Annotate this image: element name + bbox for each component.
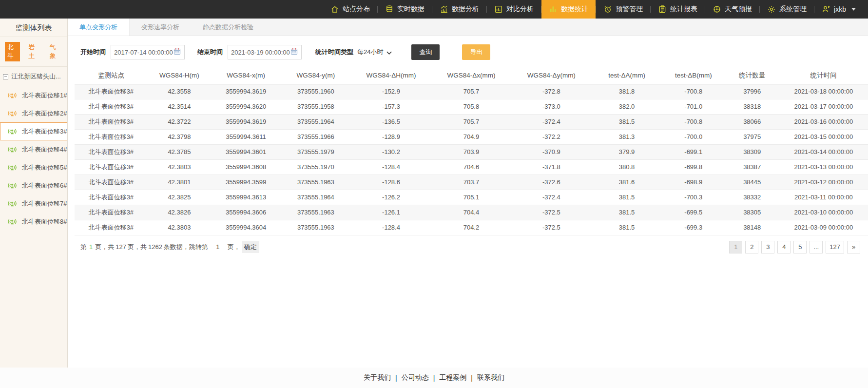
cell: 北斗表面位移3# [75,205,148,220]
nav-item-realtime-data[interactable]: 实时数据 [378,0,432,19]
sidebar-item-station-4[interactable]: 北斗表面位移4# [0,140,67,158]
cell: -372.4 [511,114,592,129]
end-time-input[interactable] [231,49,290,56]
sidebar-tab-beidou[interactable]: 北斗 [5,42,20,61]
calendar-icon[interactable] [290,48,298,57]
tab-single-point-deformation[interactable]: 单点变形分析 [68,19,130,36]
page-info: 第 1 页，共 127 页，共 1262 条数据，跳转第 页， 确定 [80,241,259,253]
footer-separator: | [433,374,435,382]
nav-item-system-management[interactable]: 系统管理 [760,0,814,19]
cell: 42.3825 [148,190,211,205]
cell: 381.6 [592,175,661,190]
user-name: jxkb [834,5,846,13]
footer-link-about[interactable]: 关于我们 [364,373,391,382]
nav-item-statistics-report[interactable]: 统计报表 [651,0,705,19]
sidebar-item-station-8[interactable]: 北斗表面位移8# [0,213,67,231]
page-next-button[interactable]: » [847,241,860,253]
cell: 703.7 [432,175,511,190]
tab-deformation-rate[interactable]: 变形速率分析 [130,19,191,36]
cell: 38318 [725,99,779,114]
column-header: 监测站点 [75,67,148,84]
tree-root-node[interactable]: 江北新区猪头山... [0,67,67,86]
page-info-text: 页，共 [128,243,147,252]
column-header: test-ΔA(mm) [592,67,661,84]
sidebar-item-label: 北斗表面位移6# [22,181,67,190]
sidebar-tab-weather[interactable]: 气象 [47,42,62,61]
user-menu[interactable]: jxkb [814,0,863,19]
chevron-down-icon [386,49,392,56]
nav-item-site-distribution[interactable]: 站点分布 [323,0,377,19]
start-time-field[interactable] [111,45,185,59]
page-button-4[interactable]: 4 [777,241,791,253]
cell: 381.8 [592,84,661,99]
nav-item-compare-analysis[interactable]: 对比分析 [487,0,541,19]
nav-item-weather-forecast[interactable]: 天气预报 [705,0,759,19]
cell: 2021-03-09 00:00:00 [779,220,868,235]
cell: 704.6 [432,159,511,175]
content-tabbar: 单点变形分析 变形速率分析 静态数据分析检验 [68,19,868,36]
total-pages: 127 [116,243,126,251]
sidebar-item-label: 北斗表面位移1# [22,91,67,100]
cell: -372.4 [511,190,592,205]
signal-icon [7,128,18,135]
sidebar-item-station-2[interactable]: 北斗表面位移2# [0,104,67,122]
jump-page-input[interactable] [210,242,226,252]
cell: 3559994.3619 [211,84,281,99]
sidebar-tab-geotech[interactable]: 岩土 [26,42,41,61]
nav-item-data-analysis[interactable]: 数据分析 [432,0,486,19]
page-button-1[interactable]: 1 [729,241,742,253]
table-row: 北斗表面位移3#42.35143559994.3620373555.1958-1… [75,99,868,114]
cell: 373555.1963 [281,175,350,190]
footer-link-news[interactable]: 公司动态 [402,373,429,382]
cell: 3559994.3619 [211,114,281,129]
sidebar-item-station-6[interactable]: 北斗表面位移6# [0,176,67,194]
confirm-button[interactable]: 确定 [242,241,259,253]
time-type-select[interactable]: 每24小时 [357,48,392,57]
nav-item-alert-management[interactable]: 预警管理 [596,0,650,19]
footer-link-cases[interactable]: 工程案例 [439,373,466,382]
sidebar-item-label: 北斗表面位移3# [22,127,67,136]
nav-label: 实时数据 [397,5,424,14]
tab-static-data-check[interactable]: 静态数据分析检验 [191,19,265,36]
cell: -152.9 [351,84,432,99]
cell: 38148 [725,220,779,235]
page-button-5[interactable]: 5 [793,241,807,253]
sidebar-item-station-5[interactable]: 北斗表面位移5# [0,158,67,176]
sidebar-item-label: 北斗表面位移5# [22,163,67,172]
cell: -128.4 [351,220,432,235]
sidebar-item-station-1[interactable]: 北斗表面位移1# [0,86,67,104]
footer-link-contact[interactable]: 联系我们 [477,373,504,382]
sidebar-item-station-3[interactable]: 北斗表面位移3# [0,122,67,140]
query-button[interactable]: 查询 [411,44,440,60]
cell: 42.3803 [148,220,211,235]
export-button[interactable]: 导出 [462,44,490,60]
nav-item-data-statistics[interactable]: 数据统计 [541,0,596,19]
cell: 703.9 [432,144,511,159]
page-button-127[interactable]: 127 [826,241,844,253]
top-navigation: 站点分布 实时数据 数据分析 对比分析 数据统计 预警管理 统计报表 天气预报 … [0,0,868,19]
content-area: 单点变形分析 变形速率分析 静态数据分析检验 开始时间 结束时间 统计时间类型 … [68,19,868,368]
cell: 373555.1963 [281,205,350,220]
column-header: WGS84-H(m) [148,67,211,84]
collapse-icon[interactable] [3,74,8,79]
nav-label: 对比分析 [506,5,534,14]
cell: 381.5 [592,220,661,235]
start-time-input[interactable] [114,49,174,56]
calendar-icon[interactable] [174,48,181,57]
cell: 381.5 [592,205,661,220]
user-icon [822,5,830,14]
sidebar-item-station-7[interactable]: 北斗表面位移7# [0,194,67,213]
page-ellipsis[interactable]: ... [810,241,823,253]
filter-bar: 开始时间 结束时间 统计时间类型 每24小时 查询 导出 [68,36,868,67]
page-button-3[interactable]: 3 [761,241,774,253]
sidebar-item-label: 北斗表面位移7# [22,199,67,208]
table-row: 北斗表面位移3#42.38263559994.3606373555.1963-1… [75,205,868,220]
cell: -128.4 [351,159,432,175]
cell: -370.9 [511,144,592,159]
page-button-2[interactable]: 2 [745,241,758,253]
cell: 381.5 [592,114,661,129]
cell: -126.2 [351,190,432,205]
database-icon [385,5,394,14]
end-time-field[interactable] [228,45,302,59]
cell: 38445 [725,175,779,190]
